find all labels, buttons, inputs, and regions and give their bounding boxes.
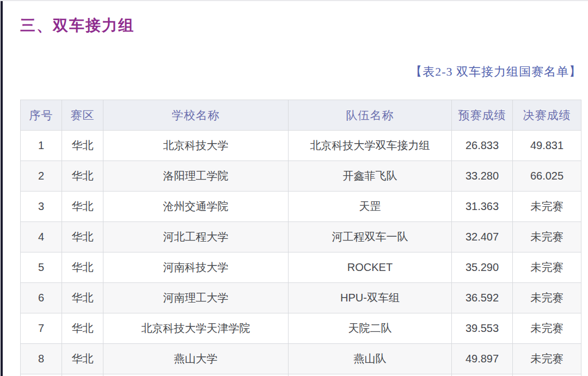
cell-team: 开鑫菲飞队 (289, 161, 452, 192)
page-left-edge-line (1, 1, 3, 376)
cell-index: 3 (21, 192, 62, 222)
cell-team: HPU-双车组 (289, 283, 452, 313)
table-row: 1华北北京科技大学北京科技大学双车接力组26.83349.831 (21, 131, 581, 161)
table-row: 4华北河北工程大学河工程双车一队32.407未完赛 (21, 222, 581, 252)
col-header-prelim-score: 预赛成绩 (452, 100, 513, 131)
cell-team: ROCKET (289, 252, 452, 283)
cell-school: 北京科技大学天津学院 (103, 313, 289, 344)
cell-final-score: 未完赛 (513, 252, 581, 283)
table-row-partial (21, 374, 581, 376)
cell-team: 天院二队 (289, 313, 452, 344)
table-row: 2华北洛阳理工学院开鑫菲飞队33.28066.025 (21, 161, 581, 192)
cell-index: 4 (21, 222, 62, 252)
relay-results-table: 序号 赛区 学校名称 队伍名称 预赛成绩 决赛成绩 1华北北京科技大学北京科技大… (20, 100, 581, 376)
table-header-row: 序号 赛区 学校名称 队伍名称 预赛成绩 决赛成绩 (21, 100, 581, 131)
cell-region: 华北 (62, 131, 103, 161)
cell-index: 5 (21, 252, 62, 283)
cell-team: 北京科技大学双车接力组 (289, 131, 452, 161)
table-row: 6华北河南理工大学HPU-双车组36.592未完赛 (21, 283, 581, 313)
empty-cell (452, 374, 513, 376)
cell-region: 华北 (62, 283, 103, 313)
empty-cell (289, 374, 452, 376)
col-header-school: 学校名称 (103, 100, 289, 131)
cell-region: 华北 (62, 252, 103, 283)
table-row: 3华北沧州交通学院天罡31.363未完赛 (21, 192, 581, 222)
table-row: 7华北北京科技大学天津学院天院二队39.553未完赛 (21, 313, 581, 344)
cell-school: 洛阳理工学院 (103, 161, 289, 192)
cell-final-score: 未完赛 (513, 344, 581, 374)
col-header-team: 队伍名称 (289, 100, 452, 131)
cell-school: 北京科技大学 (103, 131, 289, 161)
document-page: 三、双车接力组 【表2-3 双车接力组国赛名单】 序号 赛区 学校名称 队伍名称… (0, 0, 588, 376)
cell-region: 华北 (62, 192, 103, 222)
col-header-region: 赛区 (62, 100, 103, 131)
table-row: 8华北燕山大学燕山队49.897未完赛 (21, 344, 581, 374)
cell-prelim-score: 31.363 (452, 192, 513, 222)
cell-region: 华北 (62, 344, 103, 374)
cell-school: 燕山大学 (103, 344, 289, 374)
table-body: 1华北北京科技大学北京科技大学双车接力组26.83349.8312华北洛阳理工学… (21, 131, 581, 376)
cell-region: 华北 (62, 313, 103, 344)
cell-school: 沧州交通学院 (103, 192, 289, 222)
empty-cell (103, 374, 289, 376)
cell-final-score: 未完赛 (513, 313, 581, 344)
empty-cell (21, 374, 62, 376)
cell-prelim-score: 36.592 (452, 283, 513, 313)
empty-cell (513, 374, 581, 376)
empty-cell (62, 374, 103, 376)
cell-school: 河南科技大学 (103, 252, 289, 283)
cell-final-score: 49.831 (513, 131, 581, 161)
col-header-index: 序号 (21, 100, 62, 131)
table-caption: 【表2-3 双车接力组国赛名单】 (410, 64, 581, 80)
cell-prelim-score: 35.290 (452, 252, 513, 283)
cell-index: 2 (21, 161, 62, 192)
cell-index: 1 (21, 131, 62, 161)
cell-team: 燕山队 (289, 344, 452, 374)
cell-prelim-score: 49.897 (452, 344, 513, 374)
cell-prelim-score: 26.833 (452, 131, 513, 161)
cell-index: 6 (21, 283, 62, 313)
cell-prelim-score: 39.553 (452, 313, 513, 344)
cell-final-score: 未完赛 (513, 283, 581, 313)
cell-final-score: 66.025 (513, 161, 581, 192)
cell-final-score: 未完赛 (513, 192, 581, 222)
cell-index: 7 (21, 313, 62, 344)
cell-team: 河工程双车一队 (289, 222, 452, 252)
table-row: 5华北河南科技大学ROCKET35.290未完赛 (21, 252, 581, 283)
cell-team: 天罡 (289, 192, 452, 222)
section-title: 三、双车接力组 (20, 15, 134, 36)
cell-school: 河南理工大学 (103, 283, 289, 313)
cell-index: 8 (21, 344, 62, 374)
cell-school: 河北工程大学 (103, 222, 289, 252)
cell-prelim-score: 33.280 (452, 161, 513, 192)
cell-region: 华北 (62, 161, 103, 192)
cell-prelim-score: 32.407 (452, 222, 513, 252)
cell-region: 华北 (62, 222, 103, 252)
col-header-final-score: 决赛成绩 (513, 100, 581, 131)
cell-final-score: 未完赛 (513, 222, 581, 252)
